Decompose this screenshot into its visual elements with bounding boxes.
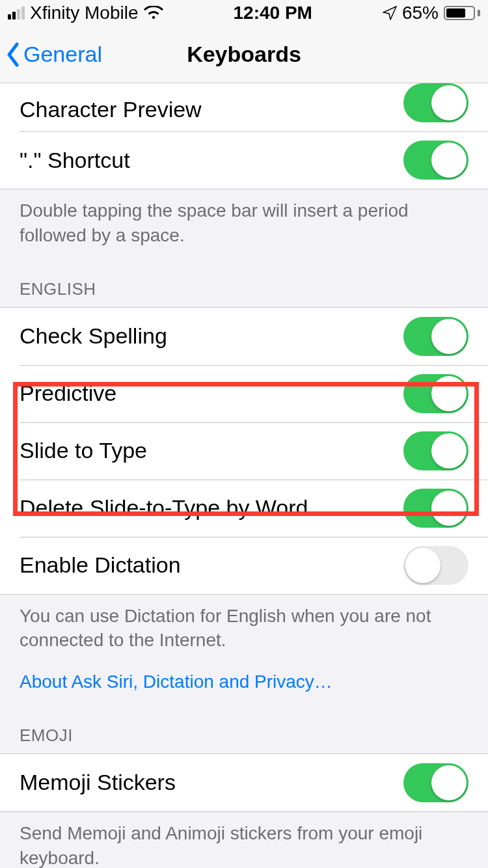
switch-delete-slide-by-word[interactable] (403, 489, 468, 528)
switch-character-preview[interactable] (403, 83, 468, 122)
footer-text: You can use Dictation for English when y… (20, 606, 431, 651)
signal-icon (8, 7, 25, 20)
group-footer: Send Memoji and Animoji stickers from yo… (0, 812, 488, 868)
row-label: Delete Slide-to-Type by Word (20, 495, 308, 521)
row-label: Memoji Stickers (20, 770, 176, 795)
row-period-shortcut: "." Shortcut (0, 131, 488, 189)
nav-bar: General Keyboards (0, 26, 488, 83)
row-label: Character Preview (20, 97, 202, 122)
switch-period-shortcut[interactable] (403, 141, 468, 180)
content-scroll[interactable]: Character Preview "." Shortcut Double ta… (0, 83, 488, 868)
switch-enable-dictation[interactable] (403, 546, 468, 585)
settings-group-english: ENGLISH Check Spelling Predictive Slide … (0, 260, 488, 706)
battery-pct-label: 65% (402, 3, 439, 23)
row-predictive: Predictive (0, 365, 488, 422)
group-footer: Double tapping the space bar will insert… (0, 189, 488, 260)
settings-group-general: Character Preview "." Shortcut Double ta… (0, 83, 488, 260)
group-header: ENGLISH (0, 260, 488, 307)
row-memoji-stickers: Memoji Stickers (0, 754, 488, 811)
page-title: Keyboards (187, 42, 301, 67)
switch-predictive[interactable] (403, 374, 468, 413)
row-delete-slide-by-word: Delete Slide-to-Type by Word (0, 480, 488, 537)
back-label: General (23, 42, 102, 67)
settings-group-emoji: EMOJI Memoji Stickers Send Memoji and An… (0, 706, 488, 868)
back-button[interactable]: General (5, 26, 102, 83)
row-label: Predictive (20, 381, 116, 406)
row-enable-dictation: Enable Dictation (0, 537, 488, 594)
row-label: Slide to Type (20, 438, 147, 463)
switch-slide-to-type[interactable] (403, 431, 468, 470)
location-icon (383, 6, 397, 20)
row-label: Enable Dictation (20, 552, 181, 578)
row-label: "." Shortcut (20, 148, 130, 173)
status-bar: Xfinity Mobile 12:40 PM 65% (0, 0, 488, 26)
row-slide-to-type: Slide to Type (0, 422, 488, 480)
dictation-privacy-link[interactable]: About Ask Siri, Dictation and Privacy… (20, 670, 332, 694)
group-footer: You can use Dictation for English when y… (0, 595, 488, 706)
wifi-icon (144, 6, 163, 20)
group-header: EMOJI (0, 706, 488, 753)
row-label: Check Spelling (20, 323, 167, 349)
status-time: 12:40 PM (234, 3, 312, 23)
row-character-preview: Character Preview (0, 83, 488, 131)
carrier-label: Xfinity Mobile (30, 3, 139, 23)
battery-icon (444, 6, 480, 20)
row-check-spelling: Check Spelling (0, 308, 488, 365)
chevron-left-icon (5, 42, 21, 68)
switch-memoji-stickers[interactable] (403, 763, 468, 802)
switch-check-spelling[interactable] (403, 317, 468, 356)
